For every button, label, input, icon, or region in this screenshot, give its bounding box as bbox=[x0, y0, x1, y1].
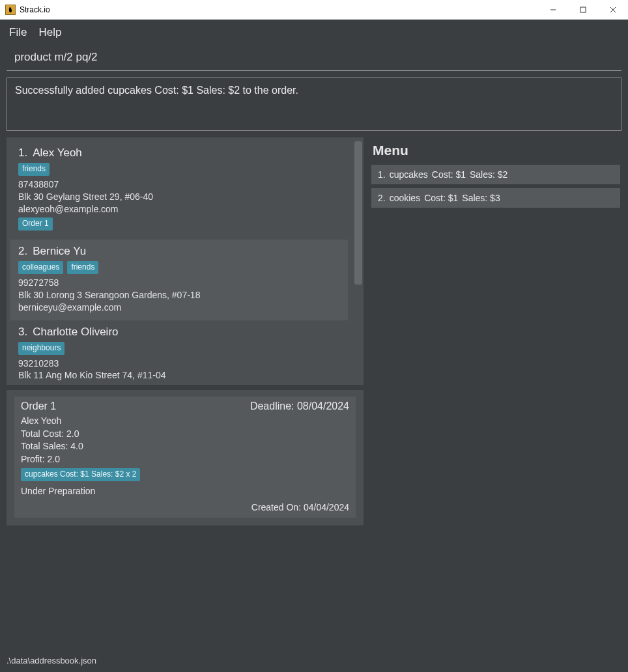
order-deadline: Deadline: 08/04/2024 bbox=[250, 400, 349, 412]
scrollbar-thumb[interactable] bbox=[354, 141, 362, 285]
person-index: 3. bbox=[18, 326, 27, 338]
person-address: Blk 30 Geylang Street 29, #06-40 bbox=[18, 191, 340, 203]
menu-item-index: 1. bbox=[378, 169, 386, 180]
tag: neighbours bbox=[18, 342, 64, 355]
person-address: Blk 11 Ang Mo Kio Street 74, #11-04 bbox=[18, 369, 340, 381]
minimize-button[interactable] bbox=[538, 0, 568, 20]
menubar: File Help bbox=[0, 20, 628, 46]
tag: colleagues bbox=[18, 261, 63, 274]
tag: friends bbox=[18, 163, 50, 176]
order-status: Under Preparation bbox=[21, 485, 349, 498]
result-message: Successfully added cupcakes Cost: $1 Sal… bbox=[15, 85, 298, 96]
person-extra-tags: Order 1 bbox=[18, 217, 340, 231]
person-phone: 99272758 bbox=[18, 277, 340, 289]
order-profit: Profit: 2.0 bbox=[21, 453, 349, 466]
order-product-tag: cupcakes Cost: $1 Sales: $2 x 2 bbox=[21, 468, 140, 481]
menu-item-index: 2. bbox=[378, 193, 386, 203]
person-email: alexyeoh@example.com bbox=[18, 203, 340, 216]
person-card[interactable]: 1.Alex Yeohfriends87438807Blk 30 Geylang… bbox=[10, 141, 348, 240]
person-email: berniceyu@example.com bbox=[18, 301, 340, 314]
window-titlebar: Strack.io bbox=[0, 0, 628, 20]
person-card[interactable]: 3.Charlotte Oliveironeighbours93210283Bl… bbox=[10, 320, 348, 381]
persons-list[interactable]: 1.Alex Yeohfriends87438807Blk 30 Geylang… bbox=[10, 141, 360, 381]
menu-file[interactable]: File bbox=[9, 26, 27, 39]
tag: friends bbox=[67, 261, 98, 274]
person-phone: 93210283 bbox=[18, 357, 340, 370]
person-name: Alex Yeoh bbox=[33, 147, 82, 159]
result-display: Successfully added cupcakes Cost: $1 Sal… bbox=[7, 77, 621, 131]
tag: Order 1 bbox=[18, 217, 53, 231]
menu-help[interactable]: Help bbox=[38, 26, 61, 39]
menu-item-name: cookies bbox=[390, 193, 420, 203]
order-total-sales: Total Sales: 4.0 bbox=[21, 440, 349, 453]
order-title: Order 1 bbox=[21, 400, 56, 412]
orders-panel: Order 1 Deadline: 08/04/2024 Alex Yeoh T… bbox=[7, 390, 364, 525]
person-index: 2. bbox=[18, 245, 27, 257]
person-address: Blk 30 Lorong 3 Serangoon Gardens, #07-1… bbox=[18, 289, 340, 301]
person-title: 1.Alex Yeoh bbox=[18, 147, 340, 160]
person-title: 2.Bernice Yu bbox=[18, 245, 340, 258]
order-card[interactable]: Order 1 Deadline: 08/04/2024 Alex Yeoh T… bbox=[14, 397, 356, 518]
person-tags: neighbours bbox=[18, 342, 340, 355]
menu-item[interactable]: 2.cookiesCost: $1Sales: $3 bbox=[371, 188, 620, 208]
menu-item-sales: Sales: $3 bbox=[462, 193, 500, 203]
command-input[interactable] bbox=[7, 46, 621, 71]
person-tags: colleaguesfriends bbox=[18, 261, 340, 274]
order-created: Created On: 04/04/2024 bbox=[21, 502, 349, 512]
statusbar-path: .\data\addressbook.json bbox=[7, 656, 96, 665]
person-name: Charlotte Oliveiro bbox=[33, 326, 118, 338]
person-title: 3.Charlotte Oliveiro bbox=[18, 326, 340, 339]
menu-heading: Menu bbox=[370, 137, 621, 165]
close-button[interactable] bbox=[598, 0, 628, 20]
menu-item[interactable]: 1.cupcakesCost: $1Sales: $2 bbox=[371, 165, 620, 184]
maximize-button[interactable] bbox=[568, 0, 598, 20]
svg-rect-1 bbox=[580, 7, 586, 12]
menu-list: 1.cupcakesCost: $1Sales: $22.cookiesCost… bbox=[370, 165, 621, 208]
menu-item-cost: Cost: $1 bbox=[424, 193, 458, 203]
persons-panel: 1.Alex Yeohfriends87438807Blk 30 Geylang… bbox=[7, 137, 364, 385]
app-root: File Help Successfully added cupcakes Co… bbox=[0, 20, 628, 672]
menu-item-cost: Cost: $1 bbox=[432, 169, 466, 180]
menu-item-sales: Sales: $2 bbox=[470, 169, 507, 180]
order-customer: Alex Yeoh bbox=[21, 415, 349, 428]
menu-item-name: cupcakes bbox=[390, 169, 428, 180]
window-title: Strack.io bbox=[20, 5, 50, 14]
person-tags: friends bbox=[18, 163, 340, 176]
order-total-cost: Total Cost: 2.0 bbox=[21, 428, 349, 441]
statusbar: .\data\addressbook.json bbox=[0, 653, 628, 667]
person-card[interactable]: 2.Bernice Yucolleaguesfriends99272758Blk… bbox=[10, 240, 348, 320]
person-phone: 87438807 bbox=[18, 178, 340, 191]
person-index: 1. bbox=[18, 147, 27, 159]
app-icon bbox=[5, 5, 16, 15]
person-name: Bernice Yu bbox=[33, 245, 86, 257]
